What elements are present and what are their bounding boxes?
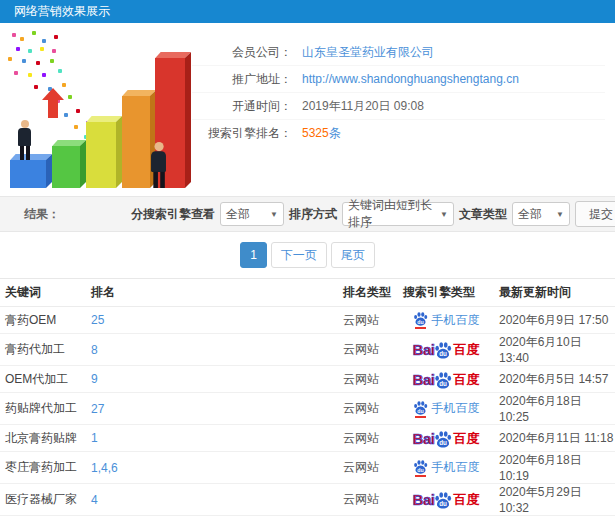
header-keyword: 关键词 (0, 279, 86, 307)
svg-text:du: du (440, 350, 448, 357)
rank-type-cell: 云网站 (338, 334, 398, 366)
keyword-cell: 枣庄膏药加工 (0, 452, 86, 484)
rank-type-cell: 云网站 (338, 393, 398, 425)
svg-text:du: du (440, 380, 448, 387)
baidu-pc-logo: Baidu百度 (413, 491, 480, 507)
table-row: 菏泽膏药厂家 17 云网站 du手机百度 2020年6月11日 11:40 (0, 516, 615, 520)
rank-link[interactable]: 8 (91, 343, 98, 357)
updated-cell: 2020年6月18日 10:19 (494, 452, 615, 484)
company-label: 会员公司： (192, 39, 292, 65)
engine-cell: Baidu百度 (398, 334, 494, 366)
engine-select[interactable]: 全部▼ (220, 202, 284, 226)
engine-cell: Baidu百度 (398, 425, 494, 452)
rank-cell: 27 (86, 393, 338, 425)
table-row: 膏药OEM 25 云网站 du手机百度 2020年6月9日 17:50 (0, 307, 615, 334)
table-row: 膏药代加工 8 云网站 Baidu百度 2020年6月10日 13:40 (0, 334, 615, 366)
engine-cell: Baidu百度 (398, 366, 494, 393)
chart-bar-orange (122, 96, 150, 188)
chart-bar-green (52, 146, 80, 188)
svg-text:du: du (417, 407, 423, 413)
sort-select[interactable]: 关键词由短到长排序▼ (342, 202, 454, 226)
svg-text:du: du (417, 319, 423, 325)
updated-cell: 2020年6月9日 17:50 (494, 307, 615, 334)
rank-type-cell: 云网站 (338, 452, 398, 484)
keyword-cell: 菏泽膏药厂家 (0, 516, 86, 520)
rank-cell: 1 (86, 425, 338, 452)
article-type-label: 文章类型 (459, 206, 507, 223)
keyword-cell: 膏药代加工 (0, 334, 86, 366)
header-engine-type: 搜索引擎类型 (398, 279, 494, 307)
table-row: OEM代加工 9 云网站 Baidu百度 2020年6月5日 14:57 (0, 366, 615, 393)
company-info-list: 会员公司： 山东皇圣堂药业有限公司 推广地址： http://www.shand… (192, 23, 615, 196)
svg-text:du: du (440, 500, 448, 507)
svg-text:du: du (440, 439, 448, 446)
updated-cell: 2020年6月11日 11:18 (494, 425, 615, 452)
rank-count-label: 搜索引擎排名： (192, 120, 292, 147)
page-title: 网络营销效果展示 (0, 0, 615, 23)
rank-link[interactable]: 4 (91, 493, 98, 507)
rank-count-value: 5325条 (302, 120, 341, 147)
mobile-baidu-logo: du手机百度 (413, 400, 480, 418)
filter-group: 分搜索引擎查看 全部▼ 排序方式 关键词由短到长排序▼ 文章类型 全部▼ 提交 (131, 201, 615, 227)
company-link[interactable]: 山东皇圣堂药业有限公司 (302, 39, 434, 65)
rank-link[interactable]: 1,4,6 (91, 461, 118, 475)
updated-cell: 2020年6月11日 11:40 (494, 516, 615, 520)
keyword-cell: 药贴牌代加工 (0, 393, 86, 425)
rank-cell: 1,4,6 (86, 452, 338, 484)
info-row-company: 会员公司： 山东皇圣堂药业有限公司 (192, 39, 605, 66)
baidu-pc-logo: Baidu百度 (413, 430, 480, 446)
chevron-down-icon: ▼ (440, 210, 448, 219)
businessman-right (151, 142, 166, 188)
keyword-cell: 膏药OEM (0, 307, 86, 334)
chevron-down-icon: ▼ (556, 210, 564, 219)
header-rank: 排名 (86, 279, 338, 307)
rank-type-cell: 云网站 (338, 425, 398, 452)
baidu-paw-icon: du (434, 341, 452, 359)
keyword-cell: OEM代加工 (0, 366, 86, 393)
info-section: 会员公司： 山东皇圣堂药业有限公司 推广地址： http://www.shand… (0, 23, 615, 196)
rank-type-cell: 云网站 (338, 307, 398, 334)
engine-cell: Baidu百度 (398, 484, 494, 516)
rank-link[interactable]: 27 (91, 402, 104, 416)
baidu-paw-icon: du (413, 400, 428, 415)
baidu-pc-logo: Baidu百度 (413, 371, 480, 387)
rank-link[interactable]: 1 (91, 431, 98, 445)
rank-link[interactable]: 25 (91, 313, 104, 327)
baidu-paw-icon: du (413, 311, 428, 326)
table-header-row: 关键词 排名 排名类型 搜索引擎类型 最新更新时间 (0, 279, 615, 307)
updated-cell: 2020年6月18日 10:25 (494, 393, 615, 425)
last-page-button[interactable]: 尾页 (331, 242, 375, 268)
mobile-baidu-logo: du手机百度 (413, 311, 480, 329)
promo-url-label: 推广地址： (192, 66, 292, 92)
next-page-button[interactable]: 下一页 (271, 242, 327, 268)
rank-cell: 8 (86, 334, 338, 366)
table-row: 北京膏药贴牌 1 云网站 Baidu百度 2020年6月11日 11:18 (0, 425, 615, 452)
pagination: 1 下一页 尾页 (0, 232, 615, 278)
bar-chart-illustration (0, 23, 192, 196)
page-1-button[interactable]: 1 (240, 242, 267, 268)
table-row: 药贴牌代加工 27 云网站 du手机百度 2020年6月18日 10:25 (0, 393, 615, 425)
promo-url-link[interactable]: http://www.shandonghuangshengtang.cn (302, 66, 519, 92)
filter-bar: 结果： 分搜索引擎查看 全部▼ 排序方式 关键词由短到长排序▼ 文章类型 全部▼… (0, 196, 615, 232)
info-row-open-time: 开通时间： 2019年11月20日 09:08 (192, 93, 605, 120)
article-type-select[interactable]: 全部▼ (512, 202, 570, 226)
rank-type-cell: 云网站 (338, 484, 398, 516)
engine-filter-label: 分搜索引擎查看 (131, 206, 215, 223)
result-label: 结果： (24, 206, 60, 223)
mobile-baidu-logo: du手机百度 (413, 459, 480, 477)
rank-cell: 4 (86, 484, 338, 516)
open-time-value: 2019年11月20日 09:08 (302, 93, 424, 119)
open-time-label: 开通时间： (192, 93, 292, 119)
rank-cell: 9 (86, 366, 338, 393)
engine-cell: du手机百度 (398, 516, 494, 520)
rank-cell: 17 (86, 516, 338, 520)
submit-button[interactable]: 提交 (575, 201, 615, 227)
keyword-cell: 医疗器械厂家 (0, 484, 86, 516)
updated-cell: 2020年5月29日 10:32 (494, 484, 615, 516)
rank-link[interactable]: 9 (91, 372, 98, 386)
results-table: 关键词 排名 排名类型 搜索引擎类型 最新更新时间 膏药OEM 25 云网站 d… (0, 278, 615, 520)
baidu-pc-logo: Baidu百度 (413, 341, 480, 357)
table-row: 枣庄膏药加工 1,4,6 云网站 du手机百度 2020年6月18日 10:19 (0, 452, 615, 484)
chart-bar-yellow (86, 122, 116, 188)
keyword-cell: 北京膏药贴牌 (0, 425, 86, 452)
